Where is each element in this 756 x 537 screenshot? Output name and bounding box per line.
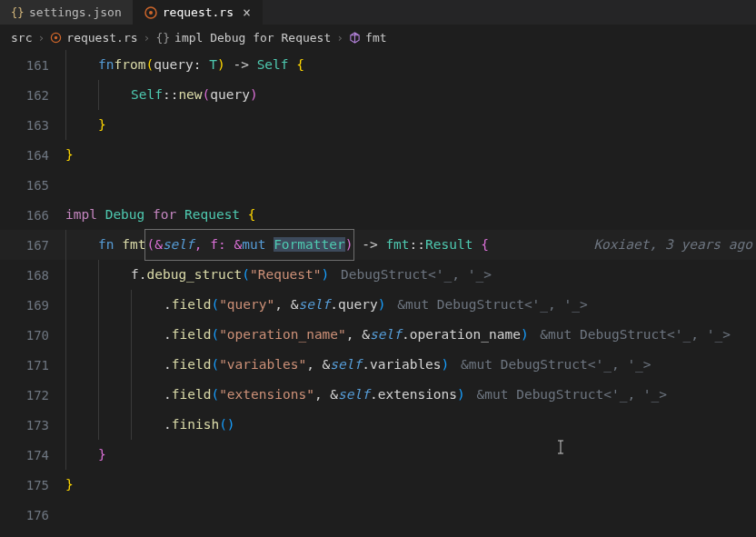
code-line: 170 .field("operation_name", &self.opera…: [0, 320, 756, 350]
code-line: 175 }: [0, 470, 756, 500]
svg-text:{}: {}: [11, 6, 24, 19]
line-number: 174: [0, 448, 65, 462]
code-line: 164 }: [0, 140, 756, 170]
line-number: 162: [0, 88, 65, 103]
inlay-hint: &mut DebugStruct<'_, '_>: [449, 350, 651, 380]
git-blame: Koxiaet, 3 years ago: [593, 230, 752, 260]
line-number: 165: [0, 178, 65, 193]
inlay-hint: &mut DebugStruct<'_, '_>: [529, 320, 731, 350]
cube-icon: [349, 32, 361, 44]
breadcrumb-label: request.rs: [66, 31, 137, 45]
tab-label: request.rs: [163, 5, 234, 19]
line-number: 169: [0, 298, 65, 313]
line-number: 163: [0, 118, 65, 133]
code-line: 163 }: [0, 110, 756, 140]
code-line: 167 fn fmt(&self, f: &mut Formatter) -> …: [0, 230, 756, 260]
code-line: 165: [0, 170, 756, 200]
breadcrumb-label: src: [11, 31, 32, 45]
code-line: 161 fn from(query: T) -> Self {: [0, 50, 756, 80]
code-editor[interactable]: 161 fn from(query: T) -> Self { 162 Self…: [0, 50, 756, 530]
breadcrumb-item[interactable]: {} impl Debug for Request: [155, 31, 331, 45]
breadcrumb-label: impl Debug for Request: [174, 31, 331, 45]
code-line: 168 f.debug_struct("Request") DebugStruc…: [0, 260, 756, 290]
rust-icon: [50, 32, 62, 44]
line-number: 167: [0, 238, 65, 253]
chevron-right-icon: ›: [144, 31, 151, 45]
code-line: 173 .finish(): [0, 410, 756, 440]
code-line: 162 Self::new(query): [0, 80, 756, 110]
line-number: 166: [0, 208, 65, 223]
svg-point-4: [55, 36, 57, 39]
inlay-hint: &mut DebugStruct<'_, '_>: [465, 380, 667, 410]
line-number: 171: [0, 358, 65, 373]
braces-icon: {}: [155, 31, 170, 45]
code-line: 176: [0, 500, 756, 530]
breadcrumb: src › request.rs › {} impl Debug for Req…: [0, 25, 756, 50]
breadcrumb-item[interactable]: fmt: [349, 31, 386, 45]
breadcrumb-item[interactable]: src: [11, 31, 32, 45]
breadcrumb-item[interactable]: request.rs: [50, 31, 137, 45]
rust-icon: [144, 6, 157, 19]
code-line: 166 impl Debug for Request {: [0, 200, 756, 230]
inlay-hint: DebugStruct<'_, '_>: [329, 260, 492, 290]
chevron-right-icon: ›: [336, 31, 343, 45]
tab-request-rs[interactable]: request.rs ×: [134, 0, 263, 25]
line-number: 161: [0, 58, 65, 73]
tab-label: settings.json: [29, 5, 122, 19]
line-number: 175: [0, 478, 65, 492]
inlay-hint: &mut DebugStruct<'_, '_>: [385, 290, 587, 320]
tab-bar: {} settings.json request.rs ×: [0, 0, 756, 25]
code-line: 171 .field("variables", &self.variables)…: [0, 350, 756, 380]
chevron-right-icon: ›: [37, 31, 45, 45]
breadcrumb-label: fmt: [365, 31, 386, 45]
close-icon[interactable]: ×: [243, 5, 251, 21]
code-line: 169 .field("query", &self.query) &mut De…: [0, 290, 756, 320]
svg-point-2: [149, 11, 153, 15]
code-line: 172 .field("extensions", &self.extension…: [0, 380, 756, 410]
line-number: 172: [0, 388, 65, 403]
tab-settings-json[interactable]: {} settings.json: [0, 0, 134, 25]
code-line: 174 }: [0, 440, 756, 470]
braces-icon: {}: [11, 6, 24, 19]
line-number: 168: [0, 268, 65, 283]
line-number: 173: [0, 418, 65, 433]
line-number: 164: [0, 148, 65, 163]
line-number: 176: [0, 508, 65, 522]
line-number: 170: [0, 328, 65, 343]
